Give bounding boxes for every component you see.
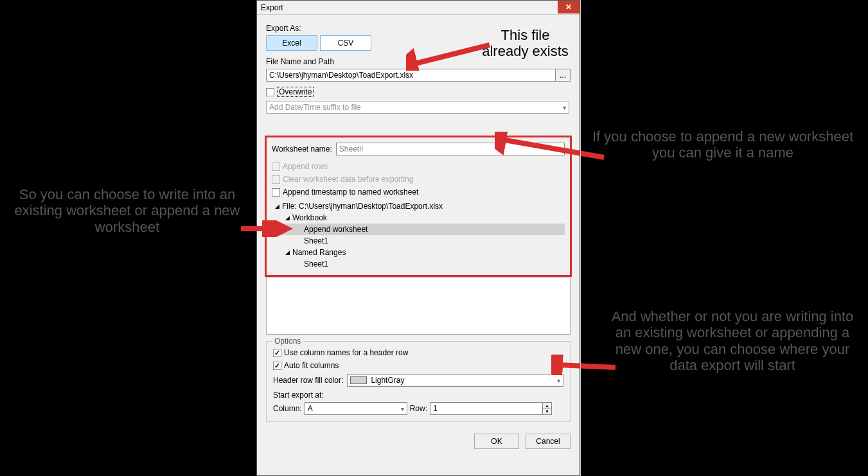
tree-arrow-icon[interactable]: ◢ <box>283 249 291 256</box>
spin-down-button[interactable]: ▼ <box>542 409 551 415</box>
tree-file[interactable]: ◢ File: C:\Users\jhyman\Desktop\ToadExpo… <box>272 200 565 212</box>
options-group: Options Use column names for a header ro… <box>266 341 571 422</box>
fill-color-dropdown[interactable]: LightGray <box>347 374 563 387</box>
start-export-label: Start export at: <box>273 391 563 400</box>
tree-arrow-icon[interactable]: ◢ <box>273 203 281 209</box>
file-path-row: ... <box>266 69 571 82</box>
close-icon: ✕ <box>565 3 572 12</box>
start-controls: Column: A Row: 1 ▲ ▼ <box>273 402 563 415</box>
grid-edge <box>580 0 587 476</box>
column-dropdown[interactable]: A <box>305 402 407 415</box>
append-rows-checkbox <box>272 163 280 171</box>
append-ts-row: Append timestamp to named worksheet <box>272 188 565 197</box>
overwrite-checkbox[interactable] <box>266 88 274 96</box>
suffix-dropdown[interactable]: Add Date/Time suffix to file <box>266 101 569 114</box>
tab-csv[interactable]: CSV <box>320 35 371 51</box>
worksheet-name-row: Worksheet name: <box>272 143 565 155</box>
overwrite-row: Overwrite <box>266 87 571 97</box>
use-col-names-row: Use column names for a header row <box>273 348 563 357</box>
file-path-input[interactable] <box>266 69 556 82</box>
spinner-buttons: ▲ ▼ <box>542 403 551 414</box>
annotation-choose-write: So you can choose to write into an exist… <box>5 186 249 235</box>
cancel-button[interactable]: Cancel <box>526 434 571 449</box>
worksheet-name-input[interactable] <box>336 143 565 155</box>
use-col-names-label: Use column names for a header row <box>284 348 408 357</box>
browse-button[interactable]: ... <box>555 69 571 82</box>
file-tree: ◢ File: C:\Users\jhyman\Desktop\ToadExpo… <box>272 200 565 270</box>
append-ts-label: Append timestamp to named worksheet <box>283 188 418 197</box>
clear-data-checkbox <box>272 175 280 184</box>
color-swatch-icon <box>350 376 367 384</box>
ok-button[interactable]: OK <box>474 434 519 449</box>
options-legend: Options <box>272 337 303 346</box>
dialog-buttons: OK Cancel <box>257 427 580 455</box>
export-dialog: Export ✕ Export As: Excel CSV File Name … <box>256 0 580 476</box>
tree-arrow-icon[interactable]: ◢ <box>283 215 291 221</box>
tree-append-worksheet[interactable]: Append worksheet <box>272 224 565 235</box>
tree-named-ranges-label: Named Ranges <box>291 248 346 257</box>
dialog-content: Export As: Excel CSV File Name and Path … <box>257 15 580 427</box>
column-label: Column: <box>273 404 302 413</box>
lower-whitespace-panel <box>266 277 571 335</box>
tree-sheet1-label: Sheet1 <box>295 236 328 245</box>
tree-named-ranges[interactable]: ◢ Named Ranges <box>272 247 565 258</box>
tab-excel[interactable]: Excel <box>266 35 317 51</box>
titlebar: Export ✕ <box>257 1 580 15</box>
suffix-placeholder: Add Date/Time suffix to file <box>269 103 361 112</box>
append-ts-checkbox[interactable] <box>272 188 280 197</box>
column-value: A <box>308 404 313 413</box>
append-rows-row: Append rows <box>272 162 565 171</box>
annotation-name-worksheet: If you choose to append a new worksheet … <box>591 128 855 161</box>
tree-sheet1[interactable]: Sheet1 <box>272 235 565 247</box>
row-value: 1 <box>433 404 438 413</box>
row-spinner[interactable]: 1 ▲ ▼ <box>430 402 552 415</box>
auto-fit-checkbox[interactable] <box>273 362 281 370</box>
spin-up-button[interactable]: ▲ <box>542 403 551 409</box>
clear-data-row: Clear worksheet data before exporting <box>272 175 565 184</box>
auto-fit-label: Auto fit columns <box>284 361 339 370</box>
tree-workbook[interactable]: ◢ Workbook <box>272 212 565 224</box>
worksheet-name-label: Worksheet name: <box>272 145 332 154</box>
row-label: Row: <box>410 404 427 413</box>
fill-color-value: LightGray <box>371 376 404 385</box>
clear-data-label: Clear worksheet data before exporting <box>283 175 413 184</box>
fill-color-row: Header row fill color: LightGray <box>273 374 563 387</box>
close-button[interactable]: ✕ <box>558 1 580 13</box>
annotation-start-location: And whether or not you are writing into … <box>610 308 855 373</box>
tree-sheet1-b[interactable]: Sheet1 <box>272 258 565 270</box>
auto-fit-row: Auto fit columns <box>273 361 563 370</box>
tree-file-label: File: C:\Users\jhyman\Desktop\ToadExport… <box>281 202 443 211</box>
overwrite-label: Overwrite <box>277 87 314 97</box>
annotation-file-exists: This file already exists <box>482 27 569 60</box>
window-title: Export <box>261 3 283 12</box>
tree-sheet1b-label: Sheet1 <box>295 260 328 269</box>
tree-append-ws-label: Append worksheet <box>295 225 368 234</box>
use-col-names-checkbox[interactable] <box>273 349 281 357</box>
append-rows-label: Append rows <box>283 162 328 171</box>
tree-workbook-label: Workbook <box>291 213 327 222</box>
worksheet-panel: Worksheet name: Append rows Clear worksh… <box>265 136 572 277</box>
fill-color-label: Header row fill color: <box>273 376 343 385</box>
